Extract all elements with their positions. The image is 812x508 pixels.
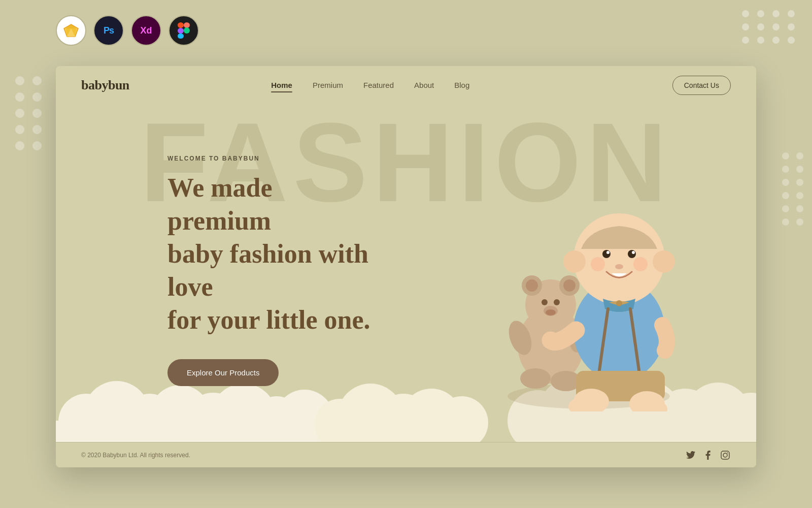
photoshop-icon[interactable]: Ps [93, 15, 124, 46]
svg-point-17 [542, 299, 548, 305]
svg-rect-6 [184, 22, 190, 28]
contact-button[interactable]: Contact Us [672, 76, 731, 95]
baby-image [462, 147, 716, 411]
decorative-dots-top-right [742, 10, 797, 44]
svg-point-68 [727, 452, 728, 453]
nav-blog[interactable]: Blog [454, 81, 469, 89]
svg-point-18 [554, 299, 560, 305]
figma-icon[interactable] [168, 15, 199, 46]
instagram-icon[interactable] [720, 450, 731, 461]
navbar: babybun Home Premium Featured About Blog… [56, 66, 756, 104]
decorative-dots-left [15, 76, 43, 150]
svg-point-36 [616, 300, 622, 306]
svg-rect-57 [330, 423, 477, 442]
svg-rect-65 [523, 418, 756, 442]
tool-icons-container: Ps Xd [56, 15, 199, 46]
svg-point-9 [184, 27, 190, 34]
svg-rect-8 [178, 34, 184, 39]
svg-point-29 [606, 251, 610, 254]
svg-point-27 [602, 250, 611, 258]
svg-point-31 [591, 257, 605, 271]
logo: babybun [81, 78, 129, 93]
explore-button[interactable]: Explore Our Products [167, 359, 279, 386]
hero-heading: We made premium baby fashion with love f… [167, 171, 381, 336]
copyright-text: © 2020 Babybun Ltd. All rights reserved. [81, 452, 190, 459]
nav-links: Home Premium Featured About Blog [271, 81, 469, 89]
svg-point-33 [615, 264, 623, 269]
svg-point-20 [546, 309, 556, 315]
xd-icon[interactable]: Xd [131, 15, 161, 46]
svg-point-28 [628, 250, 636, 258]
svg-rect-5 [178, 22, 184, 28]
svg-point-16 [563, 279, 576, 292]
svg-rect-7 [178, 28, 184, 34]
svg-point-67 [723, 453, 727, 457]
facebook-icon[interactable] [702, 450, 714, 461]
svg-point-15 [526, 279, 538, 292]
svg-point-21 [520, 368, 551, 389]
nav-about[interactable]: About [414, 81, 434, 89]
sketch-icon[interactable] [56, 15, 86, 46]
svg-rect-66 [721, 451, 729, 459]
footer: © 2020 Babybun Ltd. All rights reserved. [56, 442, 756, 467]
nav-premium[interactable]: Premium [313, 81, 343, 89]
svg-point-34 [563, 250, 586, 273]
welcome-label: WELCOME TO BABYBUN [167, 155, 381, 162]
svg-point-30 [632, 251, 635, 254]
svg-point-35 [653, 250, 675, 273]
social-links [685, 450, 731, 461]
nav-featured[interactable]: Featured [363, 81, 394, 89]
website-card: babybun Home Premium Featured About Blog… [56, 66, 756, 467]
hero-section: FASHION WELCOME TO BABYBUN We made premi… [56, 66, 756, 442]
svg-rect-51 [56, 421, 340, 442]
nav-home[interactable]: Home [271, 81, 292, 89]
svg-point-32 [633, 257, 648, 271]
decorative-dots-right [782, 152, 804, 226]
hero-content: WELCOME TO BABYBUN We made premium baby … [167, 155, 381, 386]
twitter-icon[interactable] [685, 450, 696, 461]
